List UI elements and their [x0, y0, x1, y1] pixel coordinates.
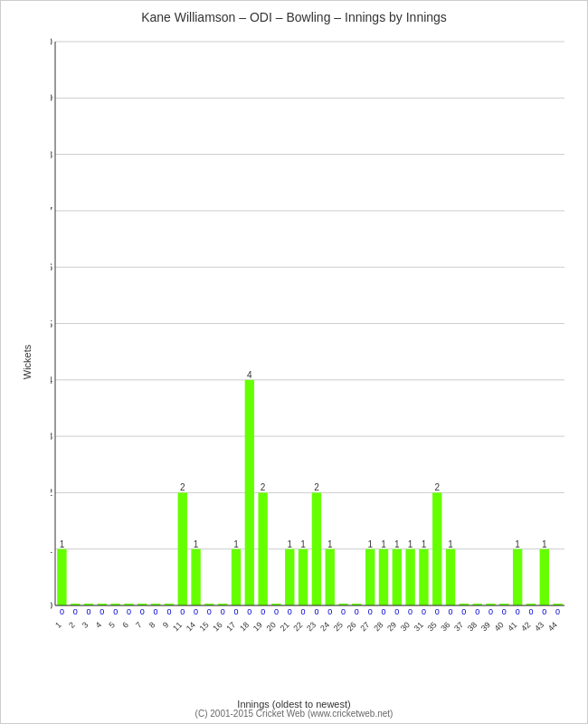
svg-text:0: 0: [314, 607, 318, 616]
svg-text:14: 14: [185, 620, 197, 633]
svg-text:0: 0: [261, 607, 265, 616]
svg-text:3: 3: [51, 431, 52, 442]
svg-text:0: 0: [194, 607, 198, 616]
svg-rect-57: [258, 492, 267, 605]
svg-text:1: 1: [542, 539, 547, 549]
svg-text:0: 0: [166, 607, 171, 616]
svg-text:4: 4: [51, 375, 52, 386]
svg-text:1: 1: [233, 539, 239, 549]
svg-text:0: 0: [180, 607, 185, 616]
svg-text:23: 23: [305, 620, 318, 633]
svg-text:41: 41: [506, 620, 518, 633]
svg-text:0: 0: [461, 607, 466, 616]
svg-rect-65: [299, 549, 308, 605]
svg-text:0: 0: [555, 607, 560, 616]
svg-text:7: 7: [134, 620, 144, 630]
svg-text:22: 22: [291, 620, 304, 633]
svg-rect-44: [191, 549, 200, 605]
svg-text:0: 0: [100, 607, 104, 616]
svg-text:5: 5: [51, 319, 52, 329]
svg-text:2: 2: [67, 620, 77, 630]
svg-text:2: 2: [261, 482, 266, 492]
svg-text:0: 0: [247, 607, 251, 616]
svg-text:42: 42: [519, 620, 532, 633]
svg-text:8: 8: [51, 149, 52, 160]
svg-rect-62: [285, 549, 294, 605]
svg-text:2: 2: [314, 482, 319, 492]
svg-text:18: 18: [238, 620, 251, 633]
svg-text:0: 0: [274, 607, 279, 616]
svg-text:6: 6: [120, 620, 130, 630]
svg-text:43: 43: [533, 620, 545, 633]
svg-text:1: 1: [394, 539, 400, 549]
svg-text:0: 0: [355, 607, 359, 616]
svg-rect-90: [419, 549, 428, 605]
svg-text:20: 20: [265, 620, 278, 633]
svg-rect-78: [365, 549, 375, 605]
svg-text:1: 1: [367, 539, 373, 549]
svg-text:1: 1: [194, 539, 199, 549]
svg-text:1: 1: [448, 539, 453, 549]
svg-text:0: 0: [73, 607, 78, 616]
svg-text:1: 1: [422, 539, 427, 549]
svg-text:1: 1: [60, 539, 65, 549]
svg-text:9: 9: [51, 92, 52, 103]
svg-text:16: 16: [211, 620, 223, 633]
chart-area: 0123456789101000000000201000104020010102…: [51, 33, 569, 651]
svg-text:0: 0: [394, 607, 399, 616]
svg-text:37: 37: [452, 620, 465, 633]
svg-rect-22: [57, 549, 66, 605]
svg-text:29: 29: [385, 620, 398, 633]
svg-text:9: 9: [161, 620, 171, 630]
svg-text:25: 25: [332, 620, 345, 633]
svg-text:0: 0: [542, 607, 546, 616]
svg-text:2: 2: [51, 487, 52, 498]
svg-text:3: 3: [81, 620, 90, 630]
svg-text:38: 38: [466, 620, 479, 633]
svg-text:10: 10: [51, 36, 52, 47]
y-axis-label: Wickets: [22, 345, 33, 380]
svg-text:0: 0: [488, 607, 493, 616]
svg-text:28: 28: [372, 620, 384, 633]
chart-title: Kane Williamson – ODI – Bowling – Inning…: [1, 1, 587, 29]
svg-text:0: 0: [435, 607, 440, 616]
svg-text:27: 27: [358, 620, 371, 633]
svg-text:39: 39: [479, 620, 492, 633]
svg-text:4: 4: [94, 620, 104, 630]
svg-text:0: 0: [408, 607, 413, 616]
svg-rect-112: [540, 549, 549, 605]
svg-text:44: 44: [546, 620, 559, 633]
svg-rect-41: [178, 492, 187, 605]
svg-text:7: 7: [51, 205, 52, 216]
svg-text:0: 0: [475, 607, 479, 616]
svg-text:0: 0: [327, 607, 332, 616]
svg-text:1: 1: [51, 544, 52, 555]
svg-text:0: 0: [140, 607, 145, 616]
svg-text:0: 0: [368, 607, 373, 616]
svg-text:2: 2: [434, 482, 440, 492]
svg-text:19: 19: [251, 620, 264, 633]
svg-text:24: 24: [318, 620, 331, 633]
svg-text:0: 0: [422, 607, 426, 616]
svg-text:40: 40: [493, 620, 506, 633]
svg-text:0: 0: [381, 607, 385, 616]
svg-text:0: 0: [60, 607, 64, 616]
svg-text:21: 21: [279, 620, 291, 633]
svg-text:1: 1: [381, 539, 386, 549]
svg-text:36: 36: [439, 620, 451, 633]
svg-text:0: 0: [516, 607, 520, 616]
svg-text:0: 0: [341, 607, 346, 616]
svg-rect-84: [393, 549, 402, 605]
svg-text:1: 1: [515, 539, 520, 549]
svg-text:35: 35: [426, 620, 439, 633]
svg-text:0: 0: [51, 600, 52, 611]
footer-text: (C) 2001-2015 Cricket Web (www.cricketwe…: [1, 709, 587, 719]
svg-text:1: 1: [300, 539, 306, 549]
svg-text:5: 5: [107, 620, 117, 630]
chart-svg: 0123456789101000000000201000104020010102…: [51, 33, 569, 651]
svg-text:2: 2: [180, 482, 185, 492]
svg-text:17: 17: [224, 620, 237, 633]
svg-text:26: 26: [346, 620, 358, 633]
svg-rect-51: [232, 549, 241, 605]
svg-rect-96: [446, 549, 455, 605]
